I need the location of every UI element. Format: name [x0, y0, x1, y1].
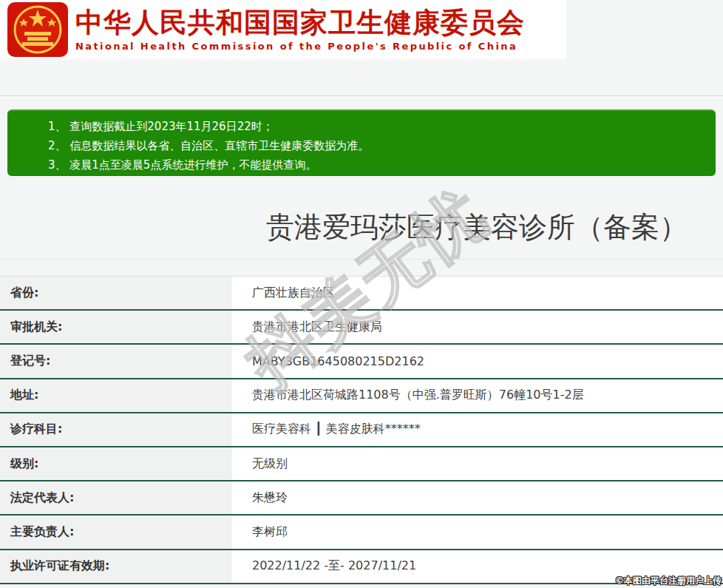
table-row-approval-authority: 审批机关: 贵港市港北区卫生健康局: [0, 311, 723, 345]
field-value: 李树邱: [231, 516, 723, 548]
field-label: 主要负责人:: [0, 516, 231, 548]
table-row-province: 省份: 广西壮族自治区: [0, 277, 723, 311]
table-row-level: 级别: 无级别: [0, 447, 723, 481]
field-label: 执业许可证有效期:: [0, 550, 231, 583]
field-value: 广西壮族自治区: [231, 277, 723, 309]
table-row-legal-representative: 法定代表人: 朱懋玲: [0, 481, 723, 516]
field-label: 登记号:: [0, 345, 231, 377]
table-row-registration-number: 登记号: MABY3GB1645080215D2162: [0, 345, 723, 379]
field-value: MABY3GB1645080215D2162: [231, 345, 723, 377]
table-row-principal: 主要负责人: 李树邱: [0, 516, 723, 550]
site-header: 中华人民共和国国家卫生健康委员会 National Health Commiss…: [0, 0, 566, 59]
institution-title: 贵港爱玛莎医疗美容诊所（备案）: [231, 209, 723, 246]
field-label: 级别:: [0, 447, 231, 480]
field-label: 省份:: [0, 277, 231, 309]
institution-info-table: 省份: 广西壮族自治区 审批机关: 贵港市港北区卫生健康局 登记号: MABY3…: [0, 276, 723, 584]
header-text: 中华人民共和国国家卫生健康委员会 National Health Commiss…: [75, 7, 525, 53]
table-row-diagnosis-subjects: 诊疗科目: 医疗美容科 ┃ 美容皮肤科******: [0, 413, 723, 447]
site-title-english: National Health Commission of the People…: [75, 41, 525, 52]
field-value: 贵港市港北区荷城路1108号（中强.普罗旺斯）76幢10号1-2层: [231, 379, 723, 412]
field-value: 贵港市港北区卫生健康局: [231, 311, 723, 343]
field-label: 地址:: [0, 379, 231, 412]
copyright-stamp: ©本图由平台注册用户上传: [615, 575, 722, 587]
site-title-chinese: 中华人民共和国国家卫生健康委员会: [75, 7, 525, 39]
field-label: 审批机关:: [0, 311, 231, 343]
field-value: 医疗美容科 ┃ 美容皮肤科******: [231, 413, 723, 446]
page: 中华人民共和国国家卫生健康委员会 National Health Commiss…: [0, 0, 723, 588]
field-value: 朱懋玲: [231, 481, 723, 514]
national-emblem-icon: [6, 2, 69, 57]
header-divider: [0, 95, 723, 96]
title-divider: [0, 259, 723, 260]
table-row-address: 地址: 贵港市港北区荷城路1108号（中强.普罗旺斯）76幢10号1-2层: [0, 379, 723, 413]
field-value: 无级别: [231, 447, 723, 480]
notice-line-3: 3、 凌晨1点至凌晨5点系统进行维护，不能提供查询。: [48, 155, 716, 175]
notice-box: 1、 查询数据截止到2023年11月26日22时； 2、 信息数据结果以各省、自…: [7, 109, 716, 176]
notice-line-1: 1、 查询数据截止到2023年11月26日22时；: [48, 117, 716, 136]
notice-line-2: 2、 信息数据结果以各省、自治区、直辖市卫生健康委数据为准。: [48, 136, 716, 155]
field-label: 法定代表人:: [0, 481, 231, 514]
field-label: 诊疗科目:: [0, 413, 231, 446]
